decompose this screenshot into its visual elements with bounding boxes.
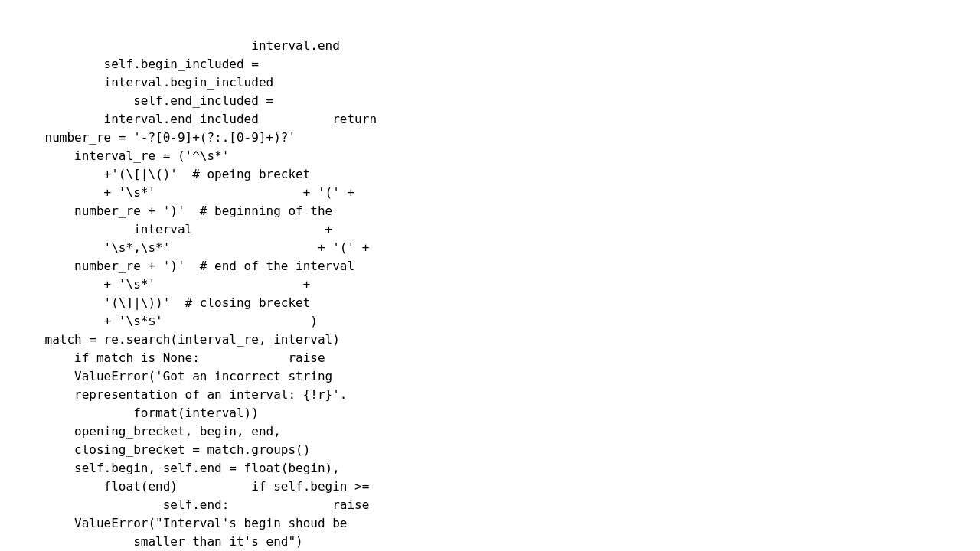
code-container: interval.end self.begin_included = inter… <box>0 0 980 551</box>
code-block: interval.end self.begin_included = inter… <box>0 37 980 551</box>
